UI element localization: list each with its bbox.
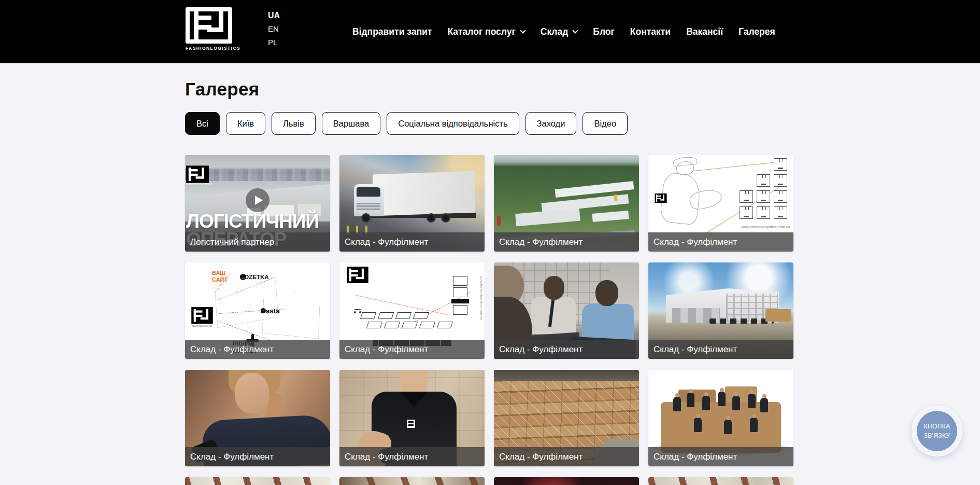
warehouse-ceiling	[494, 370, 639, 381]
gallery-item-caption: Склад - Фулфілмент	[648, 232, 793, 252]
gallery-item-caption: Склад - Фулфілмент	[185, 340, 330, 359]
filter-social-responsibility[interactable]: Соціальна відповідальність	[387, 112, 519, 135]
contact-button-line2: ЗВ'ЯЗКУ	[924, 431, 950, 440]
orange-dashed-arrow	[217, 321, 270, 340]
employee-head	[595, 280, 618, 306]
fl-watermark: FASHIONLOGISTICS	[186, 165, 211, 186]
contact-floating-button[interactable]: КНОПКА ЗВ'ЯЗКУ	[912, 406, 962, 456]
yellow-detail	[614, 195, 617, 201]
team-member	[673, 397, 681, 411]
gallery-item-partial[interactable]	[185, 477, 330, 485]
filter-video[interactable]: Відео	[583, 112, 628, 135]
caption-text: Склад - Фулфілмент	[190, 452, 274, 462]
gallery-item-video[interactable]: FASHIONLOGISTICS ЛОГІСТИЧНИЙ ОПЕРАТОР Ло…	[185, 155, 330, 252]
brand-logo[interactable]: FASHIONLOGISTICS	[186, 7, 233, 51]
gallery-item-caption: Склад - Фулфілмент	[494, 447, 639, 466]
caption-text: Склад - Фулфілмент	[499, 452, 583, 462]
truck-wheel	[427, 213, 436, 223]
nav-blog[interactable]: Блог	[593, 26, 614, 37]
warehouse-shelving-photo	[185, 477, 330, 485]
gallery-item[interactable]: Склад - Фулфілмент	[185, 370, 330, 466]
nav-vacancies-label: Вакансії	[686, 26, 723, 37]
gallery-item-caption: Склад - Фулфілмент	[648, 340, 793, 359]
team-member	[732, 396, 740, 410]
gallery-item-partial[interactable]	[648, 477, 793, 485]
filter-lviv[interactable]: Львів	[272, 112, 316, 135]
filter-events[interactable]: Заходи	[525, 112, 577, 135]
caption-text: Склад - Фулфілмент	[499, 344, 583, 355]
nav-vacancies[interactable]: Вакансії	[686, 26, 723, 37]
gallery-item[interactable]: Склад - Фулфілмент	[648, 370, 793, 466]
gallery-item-partial[interactable]	[494, 477, 639, 485]
truck-wheel	[441, 213, 450, 223]
gallery-item[interactable]: Склад - Фулфілмент	[339, 370, 485, 466]
nav-warehouse[interactable]: Склад	[541, 26, 578, 37]
box-grid	[740, 158, 787, 219]
main-nav: Відправити запит Каталог послуг Склад Бл…	[352, 0, 775, 63]
chevron-down-icon	[520, 27, 525, 33]
nav-contacts[interactable]: Контакти	[630, 26, 671, 37]
truck-wheel	[361, 213, 371, 223]
warehouse-roof	[592, 211, 629, 222]
truck-grill	[357, 203, 380, 210]
url-watermark: www.fashionlogistics.com.ua	[742, 225, 791, 229]
team-member	[718, 392, 726, 406]
gallery-item-caption: Склад - Фулфілмент	[339, 340, 485, 359]
caption-text: Логістичний партнер	[190, 237, 274, 247]
caption-text: Склад - Фулфілмент	[345, 344, 428, 355]
fl-logo-patch	[407, 420, 415, 428]
rozetka-text: ROZETKA	[240, 274, 269, 280]
worker-face	[235, 373, 269, 413]
nav-blog-label: Блог	[593, 26, 614, 37]
team-member	[750, 418, 758, 432]
truck-windshield	[357, 187, 380, 197]
warehouse-shelving-photo	[648, 477, 793, 485]
lang-pl[interactable]: PL	[268, 38, 280, 47]
team-member	[702, 396, 710, 410]
kasta-text: Kasta	[261, 307, 280, 315]
fl-logo-icon	[655, 193, 667, 203]
warehouse-shelving-photo	[339, 477, 485, 485]
gallery-item[interactable]: Склад - Фулфілмент	[494, 370, 639, 466]
fl-logo-icon	[186, 7, 232, 44]
lang-en[interactable]: EN	[268, 24, 280, 34]
parked-cars	[709, 318, 774, 324]
gallery-item-caption: Склад - Фулфілмент	[494, 340, 639, 359]
gallery-item[interactable]: Склад - Фулфілмент	[339, 155, 485, 252]
play-icon[interactable]	[246, 188, 269, 212]
gallery-item-caption: Склад - Фулфілмент	[185, 447, 330, 466]
gallery-item-caption: Склад - Фулфілмент	[339, 232, 485, 252]
fl-logo-icon	[186, 165, 209, 183]
gallery-item[interactable]: www.fashionlogistics.com.ua Склад - Фулф…	[339, 262, 485, 359]
gallery-item-caption: Склад - Фулфілмент	[339, 447, 485, 466]
fl-watermark-text: FASHIONLOGISTICS	[186, 183, 211, 186]
box-stack	[453, 276, 469, 315]
gallery-item[interactable]: ВАШ САЙТ ROZETKA Kasta✓ ІНШИЙ МАРКЕТ FAS…	[185, 262, 330, 359]
caption-text: Склад - Фулфілмент	[190, 344, 274, 355]
overlay-line1: ЛОГІСТИЧНИЙ	[186, 212, 319, 230]
gallery-item-partial[interactable]	[339, 477, 485, 485]
lang-ua[interactable]: UA	[268, 10, 280, 20]
nav-send-request[interactable]: Відправити запит	[352, 26, 432, 37]
filter-kyiv[interactable]: Київ	[226, 112, 265, 135]
page-title: Галерея	[185, 79, 259, 100]
gallery-grid: FASHIONLOGISTICS ЛОГІСТИЧНИЙ ОПЕРАТОР Ло…	[185, 155, 793, 485]
nav-gallery[interactable]: Галерея	[738, 26, 775, 37]
nav-send-request-label: Відправити запит	[352, 26, 432, 37]
gallery-item[interactable]: Склад - Фулфілмент	[494, 155, 639, 252]
gallery-item-caption: Логістичний партнер	[185, 232, 330, 252]
filter-all[interactable]: Всі	[185, 112, 220, 135]
filter-warsaw[interactable]: Варшава	[322, 112, 381, 135]
employee-body	[582, 304, 634, 341]
team-member	[724, 420, 732, 434]
red-detail	[497, 216, 501, 226]
gallery-item[interactable]: Склад - Фулфілмент	[648, 262, 793, 359]
gallery-item[interactable]: www.fashionlogistics.com.ua Склад - Фулф…	[648, 155, 793, 252]
shopping-cart-icon	[353, 304, 362, 310]
nav-gallery-label: Галерея	[738, 26, 775, 37]
caption-text: Склад - Фулфілмент	[654, 452, 737, 462]
nav-services-catalog[interactable]: Каталог послуг	[447, 26, 524, 37]
gallery-item[interactable]: Склад - Фулфілмент	[494, 262, 639, 359]
nav-warehouse-label: Склад	[541, 26, 569, 37]
diagram-label-your-site: ВАШ САЙТ	[212, 270, 232, 283]
